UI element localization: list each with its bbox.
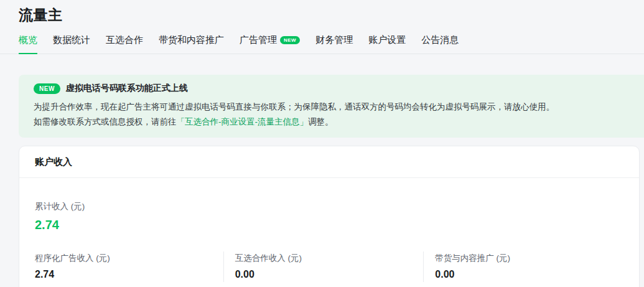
- tab-ad-management-label: 广告管理: [240, 34, 277, 45]
- notice-banner-line2: 如需修改联系方式或信息授权，请前往「互选合作-商业设置-流量主信息」调整。: [34, 115, 635, 128]
- notice-banner-title-row: NEW 虚拟电话号码联系功能正式上线: [34, 83, 635, 94]
- total-income-label: 累计收入 (元): [35, 201, 623, 212]
- commerce-content-income-value: 0.00: [435, 269, 623, 280]
- commerce-content-income-col: 带货与内容推广 (元) 0.00: [423, 252, 623, 282]
- settings-link[interactable]: 「互选合作-商业设置-流量主信息」: [177, 117, 309, 126]
- tab-ad-management[interactable]: 广告管理NEW: [240, 34, 300, 54]
- tab-mutual-selection[interactable]: 互选合作: [106, 34, 143, 54]
- notice-banner: NEW 虚拟电话号码联系功能正式上线 为提升合作效率，现在起广告主将可通过虚拟电…: [19, 75, 644, 138]
- tab-data-statistics[interactable]: 数据统计: [53, 34, 90, 54]
- tab-bar: 概览 数据统计 互选合作 带货和内容推广 广告管理NEW 财务管理 账户设置 公…: [0, 34, 644, 54]
- account-income-card-title: 账户收入: [19, 146, 639, 178]
- income-breakdown-row: 程序化广告收入 (元) 2.74 互选合作收入 (元) 0.00 带货与内容推广…: [35, 252, 623, 282]
- page-title: 流量主: [0, 0, 644, 25]
- tab-announcements[interactable]: 公告消息: [421, 34, 459, 54]
- mutual-selection-income-label: 互选合作收入 (元): [235, 253, 424, 264]
- notice-banner-line1: 为提升合作效率，现在起广告主将可通过虚拟电话号码直接与你联系；为保障隐私，通话双…: [34, 100, 635, 113]
- account-income-card-body: 累计收入 (元) 2.74 程序化广告收入 (元) 2.74 互选合作收入 (元…: [19, 178, 639, 282]
- mutual-selection-income-col: 互选合作收入 (元) 0.00: [223, 252, 424, 282]
- account-income-card: 账户收入 累计收入 (元) 2.74 程序化广告收入 (元) 2.74 互选合作…: [19, 146, 640, 287]
- new-badge: NEW: [34, 83, 60, 94]
- programmatic-ad-income-value: 2.74: [35, 269, 223, 280]
- total-income-value: 2.74: [35, 218, 623, 232]
- tab-finance-management[interactable]: 财务管理: [315, 34, 353, 54]
- notice-banner-title: 虚拟电话号码联系功能正式上线: [66, 83, 188, 94]
- notice-line2-prefix: 如需修改联系方式或信息授权，请前往: [34, 117, 177, 126]
- tab-account-settings[interactable]: 账户设置: [368, 34, 406, 54]
- notice-line2-suffix: 调整。: [308, 117, 334, 126]
- programmatic-ad-income-label: 程序化广告收入 (元): [35, 253, 223, 264]
- tab-commerce-content-promotion[interactable]: 带货和内容推广: [159, 34, 224, 54]
- mutual-selection-income-value: 0.00: [235, 269, 424, 280]
- commerce-content-income-label: 带货与内容推广 (元): [435, 253, 623, 264]
- programmatic-ad-income-col: 程序化广告收入 (元) 2.74: [35, 252, 223, 282]
- tab-overview[interactable]: 概览: [19, 34, 37, 54]
- new-badge: NEW: [280, 36, 300, 44]
